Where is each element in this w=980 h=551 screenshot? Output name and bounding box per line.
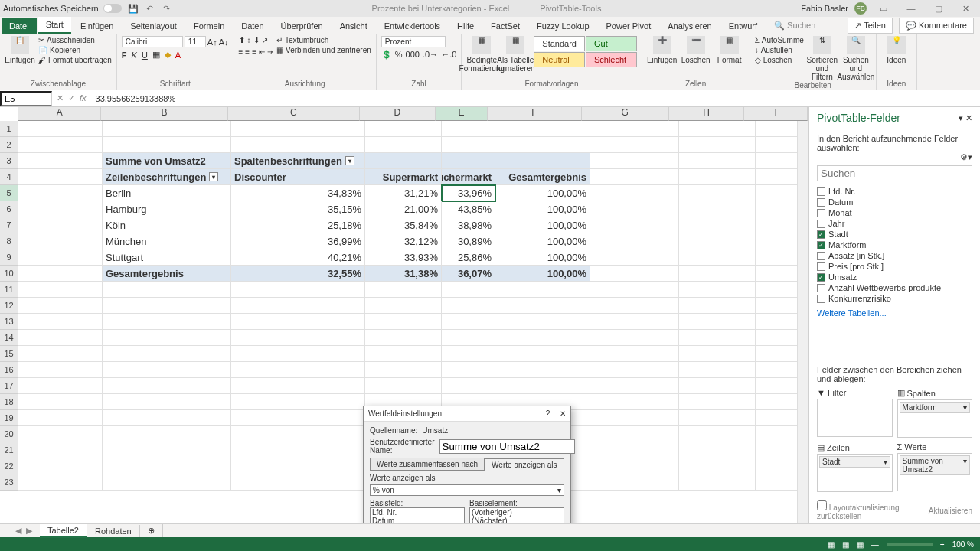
zoom-slider[interactable] [887, 543, 933, 546]
cell[interactable] [590, 266, 679, 282]
cell[interactable] [590, 298, 679, 314]
tab-einfuegen[interactable]: Einfügen [73, 18, 121, 34]
field-item[interactable]: Anzahl Wettbewerbs-produkte [817, 282, 972, 293]
enter-formula-icon[interactable]: ✓ [68, 93, 75, 103]
cell[interactable] [231, 426, 365, 442]
cell[interactable] [231, 394, 365, 410]
cell[interactable] [18, 474, 103, 491]
spreadsheet[interactable]: ABCDEFGHI 123456789101112131415161718192… [0, 107, 808, 523]
tab-factset[interactable]: FactSet [483, 18, 528, 34]
list-item[interactable]: (Nächster) [470, 517, 564, 523]
col-header[interactable]: G [582, 107, 669, 121]
col-header[interactable]: C [228, 107, 360, 121]
underline-button[interactable]: U [142, 51, 148, 60]
cell[interactable] [679, 346, 756, 362]
cell[interactable] [590, 378, 679, 394]
cell[interactable] [679, 314, 756, 330]
show-as-dropdown[interactable]: % von▾ [370, 484, 564, 496]
cell[interactable] [103, 330, 231, 346]
tab-powerpivot[interactable]: Power Pivot [599, 18, 659, 34]
cell[interactable] [103, 378, 231, 394]
cell[interactable] [679, 362, 756, 378]
list-item[interactable]: Lfd. Nr. [371, 508, 464, 517]
cell[interactable]: 100,00% [495, 185, 590, 201]
basefield-listbox[interactable]: Lfd. Nr.DatumMonatJahrStadtMarktform [370, 507, 465, 523]
cell[interactable]: Gesamtergebnis [495, 169, 590, 185]
cond-format-button[interactable]: ▦Bedingte Formatierung [466, 36, 497, 73]
cell[interactable]: 30,89% [442, 233, 495, 249]
cell[interactable]: 100,00% [495, 201, 590, 217]
cell[interactable] [679, 474, 756, 491]
format-table-button[interactable]: ▦Als Tabelle formatieren [500, 36, 531, 73]
cell[interactable] [679, 282, 756, 298]
cell[interactable] [590, 362, 679, 378]
cell[interactable] [679, 426, 756, 442]
fill-button[interactable]: ↓ Ausfüllen [755, 46, 804, 54]
cell[interactable]: 31,21% [365, 185, 442, 201]
custom-name-input[interactable] [439, 439, 575, 454]
col-header[interactable]: I [744, 107, 808, 121]
row-header[interactable]: 5 [0, 185, 18, 201]
style-neutral[interactable]: Neutral [534, 52, 585, 67]
list-item[interactable]: (Vorheriger) [470, 508, 564, 517]
copy-button[interactable]: 📄 Kopieren [38, 46, 112, 54]
cell[interactable] [18, 394, 103, 410]
cell[interactable] [442, 346, 495, 362]
cell[interactable] [495, 314, 590, 330]
insert-cells-button[interactable]: ➕Einfügen [647, 36, 678, 64]
cell[interactable] [103, 394, 231, 410]
tab-search[interactable]: 🔍 Suchen [766, 18, 823, 34]
percent-icon[interactable]: % [395, 50, 403, 60]
cell[interactable] [103, 298, 231, 314]
col-header[interactable]: A [18, 107, 101, 121]
indent-dec-icon[interactable]: ⇤ [259, 47, 265, 56]
vertical-scrollbar[interactable] [797, 121, 808, 523]
cell[interactable] [231, 346, 365, 362]
cell[interactable] [18, 185, 103, 201]
align-left-icon[interactable]: ≡ [239, 47, 243, 56]
row-header[interactable]: 10 [0, 266, 18, 282]
tab-start[interactable]: Start [38, 17, 71, 34]
cell[interactable] [590, 282, 679, 298]
cell[interactable] [495, 298, 590, 314]
indent-inc-icon[interactable]: ⇥ [267, 47, 273, 56]
cell[interactable] [590, 185, 679, 201]
dialog-help-icon[interactable]: ? [546, 409, 550, 418]
ribbon-options-icon[interactable]: ▭ [873, 2, 894, 15]
tab-entwickler[interactable]: Entwicklertools [377, 18, 448, 34]
filter-button[interactable]: ▾ [345, 156, 354, 165]
sheet-nav-next-icon[interactable]: ▶ [26, 526, 32, 536]
cell[interactable] [18, 410, 103, 426]
zoom-in-icon[interactable]: + [940, 540, 945, 549]
decrease-font-icon[interactable]: A↓ [219, 37, 229, 47]
cell[interactable]: 100,00% [495, 266, 590, 282]
row-header[interactable]: 7 [0, 217, 18, 233]
cell[interactable] [231, 410, 365, 426]
style-gut[interactable]: Gut [586, 36, 637, 51]
row-header[interactable]: 6 [0, 201, 18, 217]
cell[interactable] [365, 153, 442, 169]
cell[interactable] [365, 330, 442, 346]
cell[interactable] [590, 314, 679, 330]
cell[interactable] [365, 121, 442, 137]
cell[interactable] [679, 153, 756, 169]
comments-button[interactable]: 💬 Kommentare [899, 18, 974, 34]
cell[interactable] [679, 298, 756, 314]
dialog-tab-show-as[interactable]: Werte anzeigen als [485, 458, 564, 471]
row-header[interactable]: 9 [0, 249, 18, 266]
field-item[interactable]: Monat [817, 207, 972, 218]
col-header[interactable]: F [488, 107, 581, 121]
cell[interactable]: 33,96% [442, 185, 495, 201]
name-box[interactable] [0, 91, 52, 106]
cell[interactable]: 21,00% [365, 201, 442, 217]
decimal-dec-icon[interactable]: ←.0 [441, 50, 456, 60]
cell[interactable] [103, 442, 231, 458]
cell[interactable]: Supermarkt [365, 169, 442, 185]
rows-drop-area[interactable]: Stadt▾ [817, 454, 893, 492]
share-button[interactable]: ↗ Teilen [848, 18, 893, 34]
field-item[interactable]: Preis [pro Stk.] [817, 261, 972, 272]
columns-drop-area[interactable]: Marktform▾ [897, 399, 973, 438]
font-size-dropdown[interactable]: 11 [185, 36, 206, 47]
dialog-tab-summarize[interactable]: Werte zusammenfassen nach [370, 458, 485, 470]
cell[interactable] [590, 153, 679, 169]
